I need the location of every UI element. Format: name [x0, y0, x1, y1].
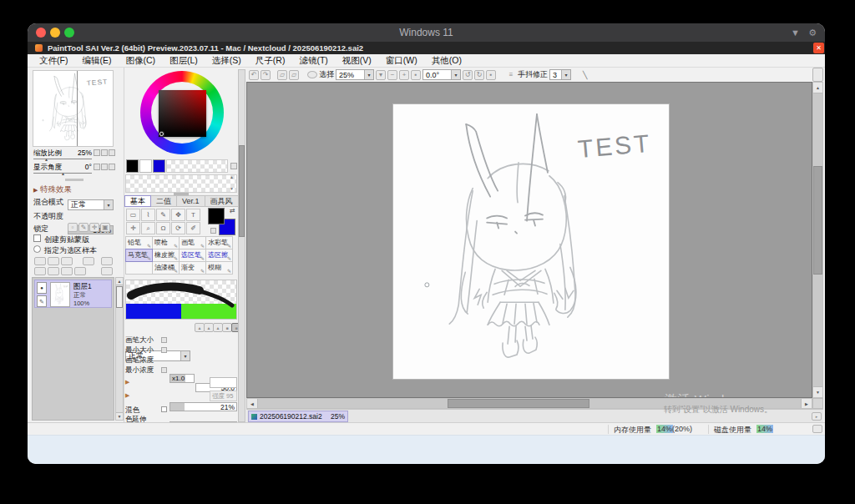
- canvas[interactable]: [393, 104, 669, 379]
- swatch-white[interactable]: [139, 159, 152, 173]
- canvas-viewport[interactable]: 激活 Windows: [246, 82, 812, 398]
- nav-angle-marker[interactable]: ▲: [61, 171, 65, 176]
- close-icon[interactable]: ✕: [813, 43, 824, 53]
- tab-scroll-button[interactable]: ▸: [812, 412, 822, 421]
- tab-basic[interactable]: 基本: [124, 195, 151, 207]
- lock-paint-icon[interactable]: ✎: [78, 223, 89, 232]
- hscroll-right-icon[interactable]: ▶: [801, 399, 812, 408]
- wand-tool[interactable]: ✎: [156, 209, 170, 221]
- rotate-view-tool[interactable]: Ω: [156, 222, 170, 234]
- brush-selection-eraser[interactable]: 选区擦: [205, 249, 233, 262]
- nav-zoom-reset-button[interactable]: [109, 149, 115, 156]
- brush-blur[interactable]: 模糊: [205, 261, 233, 275]
- shape-param-box[interactable]: [210, 377, 237, 388]
- primary-color-swatch[interactable]: [208, 208, 225, 224]
- layer-list-scrollbar[interactable]: ▲ ▼: [115, 277, 124, 421]
- swap-colors-icon[interactable]: ⇄: [230, 207, 235, 214]
- flip-icon[interactable]: ≡: [506, 70, 516, 80]
- lock-move-icon[interactable]: ✛: [89, 223, 99, 232]
- zoom-combo[interactable]: 25%: [336, 69, 374, 80]
- lasso-tool[interactable]: ⌇: [141, 209, 155, 221]
- document-tab[interactable]: 202506190212.sai2 25%: [248, 411, 348, 422]
- scratch-up-icon[interactable]: ▲: [230, 174, 234, 179]
- min-size-slider[interactable]: 21%: [169, 402, 237, 411]
- delete-layer-button[interactable]: [74, 267, 86, 275]
- brush-brush[interactable]: 画笔: [179, 236, 206, 249]
- nav-zoom-in-button[interactable]: [101, 149, 108, 156]
- blend-mode-combo[interactable]: 正常: [68, 199, 114, 210]
- navigator-zoom-row[interactable]: 缩放比例 25%: [33, 149, 92, 159]
- scratch-down-icon[interactable]: ▼: [230, 186, 234, 191]
- nav-zoom-marker[interactable]: ▲: [44, 157, 48, 162]
- zoom-out-icon[interactable]: −: [387, 70, 397, 80]
- menu-select[interactable]: 选择(S): [212, 55, 241, 67]
- brush-bucket[interactable]: 油漆桶: [152, 261, 180, 275]
- new-folder-button[interactable]: [61, 257, 73, 265]
- min-size-link-button[interactable]: [161, 347, 167, 353]
- brush-empty-slot[interactable]: [125, 261, 153, 275]
- swatch-black[interactable]: [126, 159, 139, 173]
- layer-paint-icon[interactable]: ✎: [37, 295, 47, 307]
- tab-binary[interactable]: 二值: [150, 195, 177, 207]
- new-sketch-layer-button[interactable]: [48, 257, 59, 265]
- rotate-reset-icon[interactable]: ▪: [486, 70, 496, 80]
- menu-edit[interactable]: 编辑(E): [82, 55, 111, 67]
- scroll-down-icon[interactable]: ▼: [116, 412, 123, 420]
- tool-panel-scrollbar[interactable]: [238, 69, 245, 422]
- selection-source-radio[interactable]: [33, 245, 41, 253]
- layer-row[interactable]: ● ✎ 图层1 正常 100%: [34, 280, 112, 308]
- swatch-menu-button[interactable]: [230, 163, 237, 169]
- flip-view-tool[interactable]: ⟳: [171, 222, 185, 234]
- hscroll-left-icon[interactable]: ◀: [247, 399, 258, 408]
- rect-select-tool[interactable]: ▭: [126, 209, 140, 221]
- color-reset-button[interactable]: [210, 228, 216, 234]
- stabilizer-combo[interactable]: 3: [549, 69, 571, 80]
- swatch-blue[interactable]: [153, 159, 165, 173]
- vscroll-up-icon[interactable]: ▲: [813, 83, 822, 93]
- nav-zoom-out-button[interactable]: [94, 149, 100, 156]
- navigator-preview[interactable]: [33, 70, 114, 147]
- merge-layer-button[interactable]: [48, 267, 59, 275]
- zoom-in-icon[interactable]: +: [399, 70, 409, 80]
- brush-size-scale[interactable]: x1.0: [169, 374, 195, 383]
- min-density-link-button[interactable]: [161, 367, 167, 373]
- nav-rotate-reset-button[interactable]: [109, 164, 115, 170]
- brush-size-unit-button[interactable]: [161, 337, 167, 343]
- menu-view[interactable]: 视图(V): [342, 55, 372, 67]
- nav-rotate-ccw-button[interactable]: [94, 164, 100, 170]
- zoom-menu-icon[interactable]: ▾: [376, 70, 386, 80]
- panel-resize-handle[interactable]: [65, 179, 83, 181]
- color-mixer-scratchpad[interactable]: [125, 174, 237, 193]
- tab-media-style[interactable]: 画具风: [205, 195, 239, 207]
- zoom-tool[interactable]: ⌕: [141, 222, 155, 234]
- move-view-tool[interactable]: ✛: [126, 222, 140, 234]
- color-mix-checkbox[interactable]: [161, 406, 167, 412]
- clear-layer-button[interactable]: [83, 257, 94, 265]
- layer-menu-button[interactable]: [101, 267, 113, 275]
- menu-layer[interactable]: 图层(L): [169, 55, 198, 67]
- brush-airbrush[interactable]: 喷枪: [152, 236, 180, 249]
- scroll-up-icon[interactable]: ▲: [116, 278, 123, 285]
- canvas-vscrollbar[interactable]: ▲ ▼: [812, 82, 823, 398]
- selection-mode-radio[interactable]: [307, 71, 317, 78]
- menu-other[interactable]: 其他(O): [432, 55, 462, 67]
- transfer-layer-button[interactable]: [34, 267, 46, 275]
- deselect-icon[interactable]: ▱: [277, 70, 287, 80]
- fill-layer-button[interactable]: [101, 257, 113, 265]
- rotate-cw-icon[interactable]: ↻: [474, 70, 484, 80]
- dropdown-icon[interactable]: ▼: [791, 27, 800, 38]
- gear-icon[interactable]: ⚙: [808, 27, 817, 38]
- hscroll-thumb[interactable]: [448, 399, 589, 408]
- brush-marker[interactable]: 马克笔: [125, 249, 153, 262]
- brush-selection-pen[interactable]: 选区笔: [179, 249, 206, 262]
- eyedropper-tool[interactable]: ✐: [186, 222, 200, 234]
- shape-expander-icon[interactable]: ▶: [125, 379, 129, 386]
- brush-watercolor[interactable]: 水彩笔: [205, 236, 233, 249]
- swatch-empty-cells[interactable]: [166, 159, 228, 173]
- move-layer-tool[interactable]: ✥: [171, 209, 185, 221]
- stroke-style-icon[interactable]: ╲: [583, 71, 587, 79]
- zoom-reset-icon[interactable]: ▪: [411, 70, 421, 80]
- toolbar-end-button[interactable]: [812, 68, 823, 82]
- effects-header[interactable]: ▶ 特殊效果: [33, 184, 72, 195]
- angle-combo[interactable]: 0.0°: [422, 69, 461, 80]
